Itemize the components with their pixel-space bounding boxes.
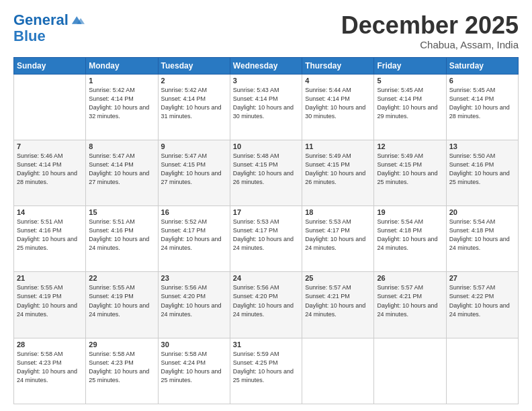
day-number: 10	[233, 142, 299, 150]
day-info: Sunrise: 5:55 AMSunset: 4:19 PMDaylight:…	[89, 283, 154, 318]
day-number: 23	[161, 274, 227, 282]
weekday-header-friday: Friday	[374, 57, 446, 74]
day-number: 6	[449, 77, 515, 85]
day-info: Sunrise: 5:58 AMSunset: 4:23 PMDaylight:…	[89, 350, 154, 385]
day-number: 9	[161, 142, 227, 150]
calendar-cell: 8Sunrise: 5:47 AMSunset: 4:14 PMDaylight…	[86, 140, 158, 205]
day-info: Sunrise: 5:53 AMSunset: 4:17 PMDaylight:…	[233, 218, 299, 253]
day-info: Sunrise: 5:57 AMSunset: 4:21 PMDaylight:…	[377, 283, 443, 318]
day-info: Sunrise: 5:44 AMSunset: 4:14 PMDaylight:…	[305, 86, 371, 121]
month-title: December 2025	[341, 12, 519, 39]
calendar-table: SundayMondayTuesdayWednesdayThursdayFrid…	[13, 57, 519, 404]
calendar-cell: 23Sunrise: 5:56 AMSunset: 4:20 PMDayligh…	[158, 272, 230, 338]
calendar-cell: 26Sunrise: 5:57 AMSunset: 4:21 PMDayligh…	[374, 272, 446, 338]
day-info: Sunrise: 5:55 AMSunset: 4:19 PMDaylight:…	[17, 283, 83, 318]
calendar-cell: 12Sunrise: 5:49 AMSunset: 4:15 PMDayligh…	[374, 140, 446, 205]
calendar-cell: 15Sunrise: 5:51 AMSunset: 4:16 PMDayligh…	[86, 206, 158, 272]
calendar-cell: 20Sunrise: 5:54 AMSunset: 4:18 PMDayligh…	[446, 206, 518, 272]
day-number: 19	[377, 208, 443, 216]
calendar-week-row: 7Sunrise: 5:46 AMSunset: 4:14 PMDaylight…	[14, 140, 519, 205]
logo: General Blue	[13, 12, 85, 44]
day-number: 25	[305, 274, 371, 282]
calendar-cell: 17Sunrise: 5:53 AMSunset: 4:17 PMDayligh…	[230, 206, 302, 272]
day-number: 5	[377, 77, 443, 85]
calendar-cell: 9Sunrise: 5:47 AMSunset: 4:15 PMDaylight…	[158, 140, 230, 205]
calendar-cell: 22Sunrise: 5:55 AMSunset: 4:19 PMDayligh…	[86, 272, 158, 338]
calendar-week-row: 14Sunrise: 5:51 AMSunset: 4:16 PMDayligh…	[14, 206, 519, 272]
calendar-cell: 16Sunrise: 5:52 AMSunset: 4:17 PMDayligh…	[158, 206, 230, 272]
day-number: 3	[233, 77, 299, 85]
day-number: 18	[305, 208, 371, 216]
calendar-cell	[446, 338, 518, 404]
day-info: Sunrise: 5:59 AMSunset: 4:25 PMDaylight:…	[233, 350, 299, 385]
title-block: December 2025 Chabua, Assam, India	[341, 12, 519, 50]
calendar-cell: 31Sunrise: 5:59 AMSunset: 4:25 PMDayligh…	[230, 338, 302, 404]
day-info: Sunrise: 5:54 AMSunset: 4:18 PMDaylight:…	[449, 218, 515, 253]
day-number: 22	[89, 274, 154, 282]
header: General Blue December 2025 Chabua, Assam…	[13, 12, 519, 50]
calendar-week-row: 21Sunrise: 5:55 AMSunset: 4:19 PMDayligh…	[14, 272, 519, 338]
calendar-cell: 25Sunrise: 5:57 AMSunset: 4:21 PMDayligh…	[302, 272, 374, 338]
weekday-header-row: SundayMondayTuesdayWednesdayThursdayFrid…	[14, 57, 519, 74]
calendar-cell: 1Sunrise: 5:42 AMSunset: 4:14 PMDaylight…	[86, 74, 158, 140]
day-info: Sunrise: 5:58 AMSunset: 4:23 PMDaylight:…	[17, 350, 83, 385]
day-number: 28	[17, 340, 83, 349]
page: General Blue December 2025 Chabua, Assam…	[0, 0, 532, 411]
calendar-cell	[14, 74, 86, 140]
day-info: Sunrise: 5:48 AMSunset: 4:15 PMDaylight:…	[233, 152, 299, 187]
calendar-cell: 3Sunrise: 5:43 AMSunset: 4:14 PMDaylight…	[230, 74, 302, 140]
day-number: 21	[17, 274, 83, 282]
day-info: Sunrise: 5:42 AMSunset: 4:14 PMDaylight:…	[161, 86, 227, 121]
weekday-header-wednesday: Wednesday	[230, 57, 302, 74]
calendar-cell: 13Sunrise: 5:50 AMSunset: 4:16 PMDayligh…	[446, 140, 518, 205]
calendar-cell: 18Sunrise: 5:53 AMSunset: 4:17 PMDayligh…	[302, 206, 374, 272]
location: Chabua, Assam, India	[341, 39, 519, 50]
day-number: 27	[449, 274, 515, 282]
calendar-cell: 28Sunrise: 5:58 AMSunset: 4:23 PMDayligh…	[14, 338, 86, 404]
weekday-header-thursday: Thursday	[302, 57, 374, 74]
calendar-cell	[374, 338, 446, 404]
logo-text2: Blue	[13, 28, 85, 44]
weekday-header-sunday: Sunday	[14, 57, 86, 74]
calendar-cell: 10Sunrise: 5:48 AMSunset: 4:15 PMDayligh…	[230, 140, 302, 205]
calendar-cell	[302, 338, 374, 404]
calendar-cell: 5Sunrise: 5:45 AMSunset: 4:14 PMDaylight…	[374, 74, 446, 140]
logo-icon	[70, 13, 85, 28]
day-info: Sunrise: 5:43 AMSunset: 4:14 PMDaylight:…	[233, 86, 299, 121]
day-number: 1	[89, 77, 154, 85]
calendar-cell: 21Sunrise: 5:55 AMSunset: 4:19 PMDayligh…	[14, 272, 86, 338]
logo-text: General	[13, 12, 69, 28]
day-number: 16	[161, 208, 227, 216]
day-info: Sunrise: 5:47 AMSunset: 4:15 PMDaylight:…	[161, 152, 227, 187]
day-number: 7	[17, 142, 83, 150]
day-info: Sunrise: 5:52 AMSunset: 4:17 PMDaylight:…	[161, 218, 227, 253]
day-info: Sunrise: 5:50 AMSunset: 4:16 PMDaylight:…	[449, 152, 515, 187]
day-number: 24	[233, 274, 299, 282]
day-number: 26	[377, 274, 443, 282]
day-info: Sunrise: 5:56 AMSunset: 4:20 PMDaylight:…	[233, 283, 299, 318]
calendar-cell: 6Sunrise: 5:45 AMSunset: 4:14 PMDaylight…	[446, 74, 518, 140]
day-number: 12	[377, 142, 443, 150]
day-number: 30	[161, 340, 227, 349]
day-info: Sunrise: 5:45 AMSunset: 4:14 PMDaylight:…	[449, 86, 515, 121]
day-number: 31	[233, 340, 299, 349]
calendar-cell: 7Sunrise: 5:46 AMSunset: 4:14 PMDaylight…	[14, 140, 86, 205]
day-info: Sunrise: 5:46 AMSunset: 4:14 PMDaylight:…	[17, 152, 83, 187]
weekday-header-saturday: Saturday	[446, 57, 518, 74]
calendar-week-row: 1Sunrise: 5:42 AMSunset: 4:14 PMDaylight…	[14, 74, 519, 140]
day-info: Sunrise: 5:58 AMSunset: 4:24 PMDaylight:…	[161, 350, 227, 385]
day-number: 8	[89, 142, 154, 150]
day-info: Sunrise: 5:51 AMSunset: 4:16 PMDaylight:…	[17, 218, 83, 253]
day-info: Sunrise: 5:49 AMSunset: 4:15 PMDaylight:…	[377, 152, 443, 187]
calendar-cell: 19Sunrise: 5:54 AMSunset: 4:18 PMDayligh…	[374, 206, 446, 272]
calendar-cell: 11Sunrise: 5:49 AMSunset: 4:15 PMDayligh…	[302, 140, 374, 205]
day-number: 29	[89, 340, 154, 349]
day-number: 4	[305, 77, 371, 85]
calendar-cell: 27Sunrise: 5:57 AMSunset: 4:22 PMDayligh…	[446, 272, 518, 338]
calendar-cell: 14Sunrise: 5:51 AMSunset: 4:16 PMDayligh…	[14, 206, 86, 272]
calendar-week-row: 28Sunrise: 5:58 AMSunset: 4:23 PMDayligh…	[14, 338, 519, 404]
day-info: Sunrise: 5:56 AMSunset: 4:20 PMDaylight:…	[161, 283, 227, 318]
weekday-header-tuesday: Tuesday	[158, 57, 230, 74]
day-number: 17	[233, 208, 299, 216]
day-info: Sunrise: 5:51 AMSunset: 4:16 PMDaylight:…	[89, 218, 154, 253]
